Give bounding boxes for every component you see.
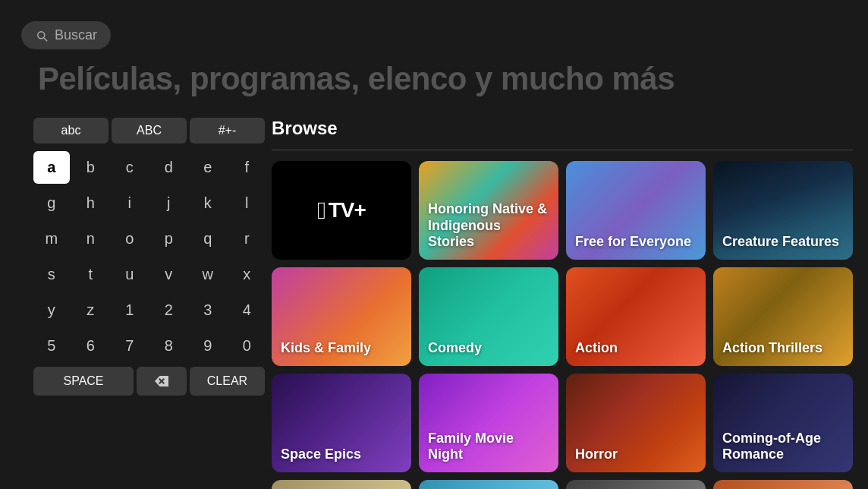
key-a[interactable]: a: [33, 151, 70, 184]
tile-label-coming-of-age: Coming-of-Age Romance: [722, 431, 844, 463]
tile-creature[interactable]: Creature Features: [713, 161, 853, 260]
key-6[interactable]: 6: [73, 330, 109, 362]
key-c[interactable]: c: [112, 151, 148, 184]
tile-inner-kids: Kids & Family: [272, 267, 411, 366]
tile-extra[interactable]: [713, 480, 853, 489]
tile-appletv[interactable]:  TV+: [272, 161, 411, 260]
key-2[interactable]: 2: [151, 294, 187, 327]
search-label: Buscar: [55, 27, 97, 43]
tile-label-family: Family Movie Night: [428, 431, 549, 463]
tile-coming-of-age[interactable]: Coming-of-Age Romance: [713, 374, 853, 472]
tile-inner-horror: Horror: [566, 374, 706, 472]
browse-section: Browse  TV+ Honoring Native & Indigenou…: [272, 118, 868, 489]
tile-inner-indigenous: Honoring Native & Indigenous Stories: [419, 161, 558, 260]
browse-divider: [272, 150, 853, 150]
backspace-button[interactable]: [137, 367, 187, 396]
tile-inner-free: Free for Everyone: [566, 161, 706, 260]
mode-btn-ABC[interactable]: ABC: [112, 118, 187, 144]
tile-label-indigenous: Honoring Native & Indigenous Stories: [428, 201, 549, 251]
tile-inner-family: Family Movie Night: [419, 374, 558, 472]
tile-news[interactable]: [272, 480, 411, 489]
key-e[interactable]: e: [190, 151, 226, 184]
keyboard-grid: a b c d e f g h i j k l m n o p q r s t …: [33, 151, 265, 362]
keyboard-panel: abc ABC #+- a b c d e f g h i j k l m n …: [33, 118, 265, 396]
key-7[interactable]: 7: [112, 330, 148, 362]
browse-partial-row: [272, 480, 868, 489]
key-5[interactable]: 5: [33, 330, 70, 362]
key-d[interactable]: d: [151, 151, 187, 184]
tile-family[interactable]: Family Movie Night: [419, 374, 558, 472]
key-i[interactable]: i: [112, 187, 148, 219]
tile-label-action-thrillers: Action Thrillers: [722, 340, 822, 357]
key-8[interactable]: 8: [151, 330, 187, 362]
key-k[interactable]: k: [190, 187, 226, 219]
key-z[interactable]: z: [73, 294, 109, 327]
appletv-text: TV+: [329, 198, 366, 222]
tile-inner-coming-of-age: Coming-of-Age Romance: [713, 374, 853, 472]
tile-label-free: Free for Everyone: [575, 234, 691, 251]
key-9[interactable]: 9: [190, 330, 226, 362]
key-m[interactable]: m: [33, 222, 70, 255]
key-0[interactable]: 0: [229, 330, 266, 362]
key-t[interactable]: t: [73, 258, 109, 291]
tile-kids2[interactable]: [419, 480, 558, 489]
key-s[interactable]: s: [33, 258, 70, 291]
tile-inner-creature: Creature Features: [713, 161, 853, 260]
tile-label-action: Action: [575, 340, 618, 357]
apple-logo-icon: : [317, 197, 326, 225]
tile-horror[interactable]: Horror: [566, 374, 706, 472]
key-g[interactable]: g: [33, 187, 70, 219]
key-x[interactable]: x: [229, 258, 266, 291]
tile-action[interactable]: Action: [566, 267, 706, 366]
tile-action-thrillers[interactable]: Action Thrillers: [713, 267, 853, 366]
search-icon: [35, 29, 49, 43]
search-bar[interactable]: Buscar: [21, 21, 111, 49]
key-o[interactable]: o: [112, 222, 148, 255]
mode-btn-symbols[interactable]: #+-: [190, 118, 265, 144]
key-j[interactable]: j: [151, 187, 187, 219]
keyboard-mode-row: abc ABC #+-: [33, 118, 265, 144]
appletv-logo:  TV+: [272, 161, 411, 260]
key-h[interactable]: h: [73, 187, 109, 219]
tile-label-comedy: Comedy: [428, 340, 482, 357]
key-w[interactable]: w: [190, 258, 226, 291]
key-r[interactable]: r: [229, 222, 266, 255]
key-q[interactable]: q: [190, 222, 226, 255]
key-1[interactable]: 1: [112, 294, 148, 327]
tile-label-space: Space Epics: [281, 446, 361, 463]
tile-free[interactable]: Free for Everyone: [566, 161, 706, 260]
tile-label-creature: Creature Features: [722, 234, 839, 251]
tile-kids[interactable]: Kids & Family: [272, 267, 411, 366]
browse-grid:  TV+ Honoring Native & Indigenous Stori…: [272, 161, 868, 472]
key-v[interactable]: v: [151, 258, 187, 291]
clear-button[interactable]: CLEAR: [190, 367, 265, 396]
backspace-icon: [154, 375, 169, 387]
key-n[interactable]: n: [73, 222, 109, 255]
key-4[interactable]: 4: [229, 294, 266, 327]
browse-title: Browse: [272, 118, 868, 139]
keyboard-action-row: SPACE CLEAR: [33, 367, 265, 396]
tile-inner-comedy: Comedy: [419, 267, 558, 366]
tile-indigenous[interactable]: Honoring Native & Indigenous Stories: [419, 161, 558, 260]
space-button[interactable]: SPACE: [33, 367, 134, 396]
tile-label-horror: Horror: [575, 446, 618, 463]
tile-inner-action-thrillers: Action Thrillers: [713, 267, 853, 366]
tile-inner-space: Space Epics: [272, 374, 411, 472]
tile-comedy[interactable]: Comedy: [419, 267, 558, 366]
tile-label-kids: Kids & Family: [281, 340, 371, 357]
key-l[interactable]: l: [229, 187, 266, 219]
page-title: Películas, programas, elenco y mucho más: [38, 61, 675, 97]
tile-action2[interactable]: [566, 480, 706, 489]
key-y[interactable]: y: [33, 294, 70, 327]
key-u[interactable]: u: [112, 258, 148, 291]
mode-btn-abc[interactable]: abc: [33, 118, 108, 144]
key-b[interactable]: b: [73, 151, 109, 184]
key-p[interactable]: p: [151, 222, 187, 255]
key-3[interactable]: 3: [190, 294, 226, 327]
key-f[interactable]: f: [229, 151, 266, 184]
tile-space[interactable]: Space Epics: [272, 374, 411, 472]
tile-inner-action: Action: [566, 267, 706, 366]
